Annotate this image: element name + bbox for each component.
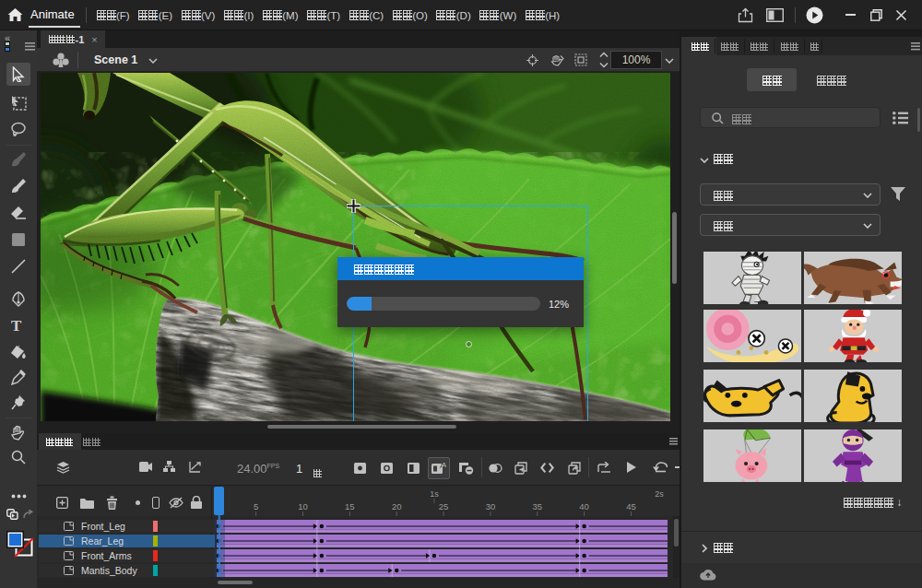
svg-text:30: 30: [486, 501, 496, 512]
svg-text:1s: 1s: [430, 489, 439, 499]
svg-text:40: 40: [579, 501, 589, 512]
svg-text:2s: 2s: [655, 489, 664, 499]
svg-text:45: 45: [626, 501, 636, 512]
svg-text:5: 5: [254, 501, 258, 512]
svg-text:25: 25: [439, 501, 449, 512]
svg-text:A: A: [442, 461, 446, 469]
svg-text:35: 35: [532, 501, 542, 512]
svg-text:20: 20: [392, 501, 402, 512]
svg-text:15: 15: [345, 501, 355, 512]
svg-text:10: 10: [298, 501, 308, 512]
